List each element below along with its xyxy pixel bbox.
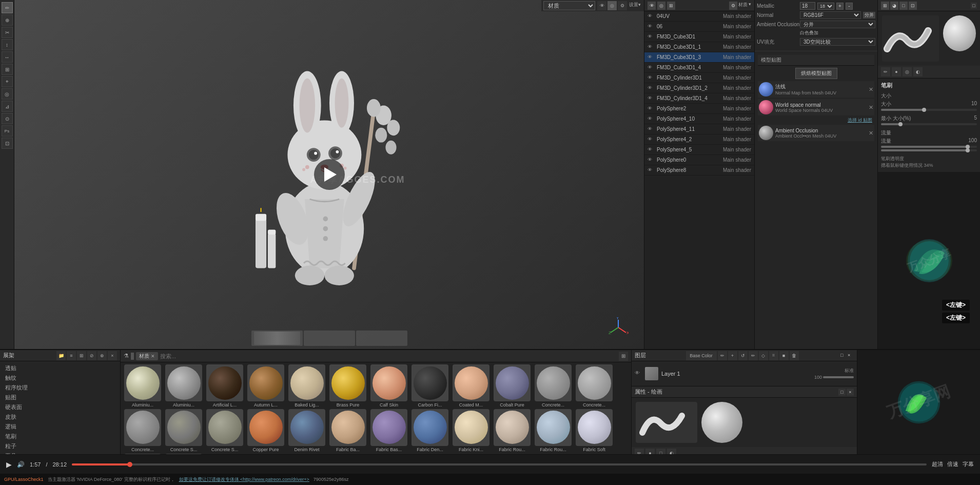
- mat-item-fabric-bas2[interactable]: Fabric Bas...: [369, 409, 409, 453]
- tool-pencil[interactable]: ✏: [2, 2, 13, 13]
- layer-basecolor-btn[interactable]: Base Color: [686, 351, 717, 360]
- tool-target[interactable]: ⌖: [2, 76, 13, 87]
- brush-size-slider[interactable]: [881, 109, 977, 111]
- mat-item-metal-dark[interactable]: Aluminiu...: [164, 364, 204, 408]
- mat-item-skin[interactable]: Calf Skin: [369, 364, 409, 408]
- ao-select[interactable]: 分并: [800, 21, 875, 28]
- metallic-input[interactable]: [800, 2, 815, 10]
- layer-expand-btn[interactable]: □: [840, 353, 847, 359]
- icon-render[interactable]: ◎: [657, 2, 665, 10]
- shader-item-polysphere0[interactable]: 👁 PolySphere0 Main shader: [644, 155, 754, 165]
- brush-opacity-slider2[interactable]: [881, 149, 977, 151]
- icon-settings-gear[interactable]: ⚙: [729, 2, 737, 10]
- layer-opacity-slider[interactable]: [823, 376, 854, 378]
- metallic-plus[interactable]: -: [846, 3, 853, 10]
- brush-opacity-thumb2[interactable]: [966, 148, 970, 152]
- materials-grid-view-btn[interactable]: ⊞: [619, 352, 628, 361]
- id-map-link[interactable]: 选择 id 贴图: [760, 117, 872, 124]
- shader-item-polysphere4-11[interactable]: 👁 PolySphere4_11 Main shader: [644, 124, 754, 134]
- fr-icon-4[interactable]: ⊡: [909, 2, 917, 10]
- fr-icon-2[interactable]: ◕: [890, 2, 898, 10]
- video-progress-thumb[interactable]: [127, 462, 132, 467]
- layer-tool-plus[interactable]: +: [728, 351, 737, 360]
- mat-item-conc-s2[interactable]: Concrete S...: [205, 409, 245, 453]
- shader-item-04uv[interactable]: 👁 04UV Main shader: [644, 11, 754, 22]
- mat-item-fabric-rou2[interactable]: Fabric Rou...: [533, 409, 573, 453]
- volume-btn[interactable]: 🔊: [17, 461, 25, 468]
- shader-item-fm3d-cube1-3[interactable]: 👁 FM3D_Cube3D1_3 Main shader: [644, 52, 754, 63]
- brush-icon-half[interactable]: ◐: [913, 67, 923, 76]
- mat-item-brass[interactable]: Brass Pure: [328, 364, 368, 408]
- thumb-1[interactable]: [251, 331, 303, 346]
- brush-opacity-slider[interactable]: [881, 146, 977, 148]
- mat-item-cobalt[interactable]: Cobalt Pure: [492, 364, 532, 408]
- asset-cat-skin[interactable]: 皮肤: [2, 412, 118, 422]
- shader-item-polysphere4-10[interactable]: 👁 PolySphere4_10 Main shader: [644, 114, 754, 124]
- fr-icon-3[interactable]: □: [899, 2, 908, 10]
- normal-select[interactable]: RGB16F: [800, 11, 861, 19]
- thumb-3[interactable]: [356, 331, 407, 346]
- shader-item-polysphere4-5[interactable]: 👁 PolySphere4_5 Main shader: [644, 145, 754, 155]
- mat-item-copper[interactable]: Copper Pure: [246, 409, 286, 453]
- bake-button[interactable]: 烘焙模型贴图: [795, 68, 837, 79]
- brush-icon-pencil[interactable]: ✏: [881, 67, 890, 76]
- subtitle-btn[interactable]: 字幕: [963, 460, 974, 468]
- shader-item-polysphere8[interactable]: 👁 PolySphere8 Main shader: [644, 165, 754, 176]
- mat-item-leaf[interactable]: Autumn L...: [246, 364, 286, 408]
- brush-icon-target[interactable]: ◎: [903, 67, 912, 76]
- asset-cat-hard-surface[interactable]: 硬表面: [2, 402, 118, 412]
- shader-item-fm3d-cube1-1[interactable]: 👁 FM3D_Cube3D1_1 Main shader: [644, 42, 754, 52]
- layer-tool-pencil[interactable]: ✏: [718, 351, 727, 360]
- shader-item-fm3d-cube1-4[interactable]: 👁 FM3D_Cube3D1_4 Main shader: [644, 63, 754, 73]
- world-normal-close[interactable]: ✕: [869, 104, 873, 111]
- tool-grid[interactable]: ⊞: [2, 64, 13, 75]
- mat-item-carbon[interactable]: Carbon Fi...: [410, 364, 450, 408]
- layer-eye-icon[interactable]: 👁: [635, 370, 642, 377]
- asset-cat-logic[interactable]: 逻辑: [2, 422, 118, 432]
- mat-item-fabric-soft[interactable]: Fabric Soft: [574, 409, 614, 453]
- asset-icon-grid-view[interactable]: ⊞: [77, 351, 86, 360]
- mat-item-concrete3[interactable]: Concrete...: [123, 409, 163, 453]
- layer-tool-grid[interactable]: ⌗: [769, 351, 778, 360]
- mat-item-concrete1[interactable]: Concrete...: [533, 364, 573, 408]
- mat-item-baked[interactable]: Baked Lig...: [287, 364, 327, 408]
- mat-item-coated[interactable]: Coated M...: [451, 364, 491, 408]
- normal-map-close[interactable]: ✕: [869, 86, 873, 93]
- layer-tool-square[interactable]: ■: [779, 351, 789, 360]
- hd-btn[interactable]: 超清: [932, 460, 943, 468]
- tool-move-h[interactable]: ↔: [2, 51, 13, 63]
- ao-map-close[interactable]: ✕: [869, 130, 873, 137]
- mat-item-fabric-rou1[interactable]: Fabric Rou...: [492, 409, 532, 453]
- asset-cat-textures[interactable]: 贴图: [2, 393, 118, 402]
- thumb-2[interactable]: [304, 331, 355, 346]
- asset-icon-list[interactable]: ≡: [67, 351, 76, 360]
- play-pause-btn[interactable]: ▶: [6, 460, 12, 469]
- asset-cat-stencil[interactable]: 触纹: [2, 373, 118, 383]
- collapse-btn[interactable]: □: [971, 3, 977, 9]
- tool-cut[interactable]: ✂: [2, 27, 13, 38]
- paint-close[interactable]: ×: [847, 389, 854, 396]
- status-link[interactable]: 如要这免费让订请修改专体体 <http://www.patreon.com/dr…: [179, 476, 309, 483]
- normal-blend[interactable]: 分并: [863, 12, 875, 18]
- layer-tool-chain[interactable]: ◇: [759, 351, 768, 360]
- tool-circle[interactable]: ◎: [2, 88, 13, 100]
- shader-item-polysphere4-2[interactable]: 👁 PolySphere4_2 Main shader: [644, 134, 754, 145]
- play-button[interactable]: [314, 159, 345, 190]
- brush-icon-circle[interactable]: ●: [892, 67, 901, 76]
- layer-tool-edit[interactable]: ✏: [749, 351, 758, 360]
- layer-tool-undo[interactable]: ↺: [738, 351, 748, 360]
- filter-icon[interactable]: ⚗: [124, 353, 129, 359]
- tool-triangle[interactable]: ⊿: [2, 101, 13, 112]
- asset-icon-filter[interactable]: ⊘: [87, 351, 96, 360]
- asset-cat-particles[interactable]: 粒子: [2, 441, 118, 451]
- mat-item-denim[interactable]: Denim Rivet: [287, 409, 327, 453]
- brush-minsize-thumb[interactable]: [898, 122, 903, 126]
- mat-item-conc-s1[interactable]: Concrete S...: [164, 409, 204, 453]
- tool-ps[interactable]: Ps: [2, 125, 13, 137]
- icon-grid[interactable]: ⊞: [667, 2, 675, 10]
- filter-bar[interactable]: [131, 353, 134, 360]
- mat-item-fabric-kni[interactable]: Fabric Kni...: [451, 409, 491, 453]
- asset-cat-proc[interactable]: 程序纹理: [2, 383, 118, 393]
- brush-minsize-slider[interactable]: [881, 123, 977, 125]
- asset-icon-add[interactable]: ⊕: [97, 351, 107, 360]
